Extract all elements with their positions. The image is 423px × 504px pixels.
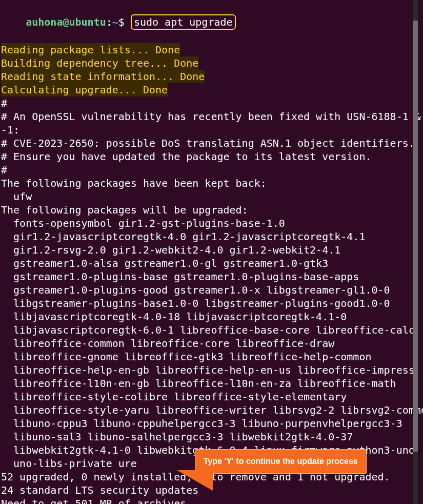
terminal-window[interactable]: auhona@ubuntu:~$ sudo apt upgrade Readin… <box>0 0 418 504</box>
upgrade-line: libjavascriptcoregtk-4.0-18 libjavascrip… <box>1 310 418 323</box>
prompt-path: ~ <box>112 16 118 28</box>
upgrade-line: libreoffice-gnome libreoffice-gtk3 libre… <box>1 350 418 363</box>
progress-line: Calculating upgrade... Done <box>1 83 168 96</box>
summary-line: 24 standard LTS security updates <box>1 483 418 497</box>
upgrade-line: libuno-sal3 libuno-salhelpergcc3-3 libwe… <box>1 430 418 443</box>
scrollbar-thumb[interactable] <box>413 21 418 452</box>
notice-line: # CVE-2023-2650: possible DoS translatin… <box>1 137 418 150</box>
summary-line: 52 upgraded, 0 newly installed, 0 to rem… <box>1 470 418 483</box>
upgrade-line: gstreamer1.0-plugins-base gstreamer1.0-p… <box>1 270 418 283</box>
upgrade-line: gstreamer1.0-alsa gstreamer1.0-gl gstrea… <box>1 257 418 270</box>
prompt-at: @ <box>63 16 69 28</box>
upgrade-header: The following packages will be upgraded: <box>1 203 418 217</box>
upgrade-line: libgstreamer-plugins-base1.0-0 libgstrea… <box>1 297 418 310</box>
prompt-line: auhona@ubuntu:~$ sudo apt upgrade <box>1 1 418 43</box>
progress-line: Reading state information... Done <box>1 70 205 83</box>
command-highlight-box: sudo apt upgrade <box>131 14 236 30</box>
upgrade-line: libwebkit2gtk-4.1-0 libwebkitgtk-6.0-4 l… <box>1 443 418 457</box>
prompt-colon: : <box>106 16 112 28</box>
notice-line: # <box>1 96 418 110</box>
upgrade-line: gstreamer1.0-plugins-good gstreamer1.0-x… <box>1 283 418 297</box>
notice-line: # <box>1 163 418 177</box>
summary-line: Need to get 501 MB of archives. <box>1 497 418 504</box>
upgrade-line: uno-libs-private ure <box>1 457 418 470</box>
upgrade-line: fonts-opensymbol gir1.2-gst-plugins-base… <box>1 217 418 230</box>
kept-back-list: ufw <box>1 190 418 203</box>
notice-line: -1: <box>1 123 418 137</box>
upgrade-line: libjavascriptcoregtk-6.0-1 libreoffice-b… <box>1 323 418 337</box>
upgrade-line: libuno-cppu3 libuno-cppuhelpergcc3-3 lib… <box>1 417 418 430</box>
upgrade-line: libreoffice-style-colibre libreoffice-st… <box>1 390 418 403</box>
prompt-host: ubuntu <box>69 16 106 28</box>
upgrade-line: libreoffice-help-en-gb libreoffice-help-… <box>1 363 418 377</box>
command-text: sudo apt upgrade <box>134 16 233 28</box>
upgrade-line: gir1.2-rsvg-2.0 gir1.2-webkit2-4.0 gir1.… <box>1 243 418 257</box>
prompt-user: auhona <box>26 16 63 28</box>
upgrade-line: libreoffice-common libreoffice-core libr… <box>1 337 418 350</box>
prompt-dollar: $ <box>118 16 131 28</box>
upgrade-line: libreoffice-l10n-en-gb libreoffice-l10n-… <box>1 377 418 390</box>
upgrade-line: libreoffice-style-yaru libreoffice-write… <box>1 403 418 417</box>
progress-line: Reading package lists... Done <box>1 43 180 56</box>
scrollbar-track[interactable] <box>413 0 418 504</box>
kept-back-header: The following packages have been kept ba… <box>1 177 418 190</box>
notice-line: # An OpenSSL vulnerability has recently … <box>1 110 418 123</box>
upgrade-line: gir1.2-javascriptcoregtk-4.0 gir1.2-java… <box>1 230 418 243</box>
progress-line: Building dependency tree... Done <box>1 56 198 70</box>
notice-line: # Ensure you have updated the package to… <box>1 150 418 163</box>
